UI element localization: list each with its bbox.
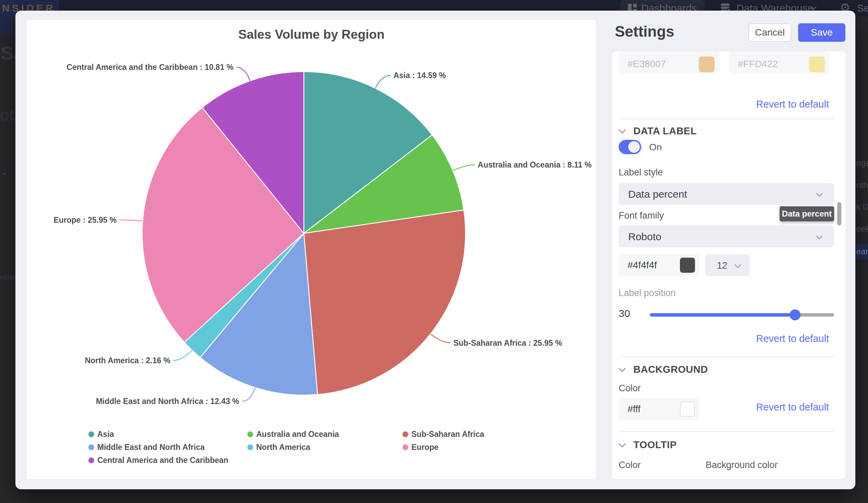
label-line: [236, 67, 250, 81]
label-style-value: Data percent: [628, 188, 687, 200]
settings-scroll-panel: #E38007 #FFD422 Revert to default DATA L…: [612, 51, 845, 479]
label-line: [173, 350, 192, 360]
legend-label: Sub-Saharan Africa: [411, 430, 484, 439]
legend-label: North America: [256, 443, 310, 452]
legend-label: Australia and Oceania: [256, 430, 339, 439]
bg-menu-item-fragment: nge: [856, 158, 868, 168]
font-family-label: Font family: [619, 211, 664, 221]
chevron-down-icon[interactable]: [619, 365, 626, 372]
bg-text-fragment: ntral: [0, 273, 17, 282]
settings-panel-title: Settings: [615, 23, 674, 40]
legend-color-dot: [89, 444, 94, 450]
legend-item[interactable]: Middle East and North Africa: [89, 443, 205, 455]
chevron-down-icon[interactable]: [619, 440, 626, 448]
legend-color-dot: [403, 431, 408, 437]
legend-label: Asia: [97, 430, 114, 439]
chevron-down-icon: [816, 190, 823, 197]
font-size-dropdown[interactable]: 12: [705, 254, 750, 276]
legend-color-dot: [89, 458, 94, 463]
background-color-value: #fff: [628, 404, 641, 414]
series-color-input-1[interactable]: #E38007: [619, 51, 719, 74]
pie-data-label: Sub-Saharan Africa : 25.95 %: [454, 339, 562, 347]
tooltip-color-label: Color: [619, 460, 641, 471]
slider-thumb[interactable]: [789, 309, 800, 320]
legend-item[interactable]: Asia: [89, 430, 114, 442]
data-label-toggle[interactable]: [619, 140, 641, 154]
bg-menu-item-fragment: ear: [856, 247, 868, 256]
bg-menu-item-fragment: eek: [856, 224, 868, 234]
cancel-button[interactable]: Cancel: [748, 23, 791, 42]
section-heading-data-label[interactable]: DATA LABEL: [633, 125, 697, 137]
color-swatch[interactable]: [809, 57, 825, 72]
scrollbar-thumb[interactable]: [837, 202, 841, 225]
label-position-slider[interactable]: [650, 313, 834, 317]
color-swatch[interactable]: [680, 402, 695, 417]
label-line: [431, 334, 451, 343]
legend-color-dot: [247, 431, 253, 437]
font-family-dropdown[interactable]: Roboto: [619, 225, 834, 247]
bg-menu-item-fragment: nth: [856, 180, 868, 190]
legend-label: Europe: [411, 443, 438, 452]
chevron-down-icon: [816, 233, 823, 239]
series-color-input-2[interactable]: #FFD422: [729, 51, 830, 74]
revert-to-default-link[interactable]: Revert to default: [756, 333, 829, 345]
section-heading-background[interactable]: BACKGROUND: [633, 364, 708, 375]
revert-to-default-link[interactable]: Revert to default: [756, 402, 829, 413]
dropdown-tooltip: Data percent: [779, 206, 834, 221]
font-size-value: 12: [717, 260, 727, 271]
chevron-down-icon: [734, 261, 741, 268]
label-line: [453, 165, 475, 170]
toggle-knob: [628, 141, 640, 153]
label-position-value: 30: [619, 308, 630, 319]
toggle-state-label: On: [649, 142, 662, 153]
pie-chart: Asia : 14.59 %Australia and Oceania : 8.…: [27, 20, 596, 479]
background-color-label: Color: [619, 383, 641, 394]
pie-data-label: Europe : 25.95 %: [53, 216, 116, 224]
font-color-input[interactable]: #4f4f4f: [619, 254, 699, 276]
topbar-settings-partial: Se: [857, 2, 868, 14]
legend-item[interactable]: Europe: [403, 443, 438, 455]
chart-preview-card: Sales Volume by Region Asia : 14.59 %Aus…: [27, 20, 596, 479]
chart-settings-modal: Sales Volume by Region Asia : 14.59 %Aus…: [16, 11, 855, 489]
pie-data-label: North America : 2.16 %: [85, 356, 170, 365]
legend-label: Central America and the Caribbean: [97, 456, 228, 465]
series-color-value-2: #FFD422: [738, 59, 778, 70]
color-swatch[interactable]: [699, 57, 714, 72]
bg-bullet-fragment: •: [3, 168, 6, 179]
divider: [619, 356, 834, 357]
label-style-label: Label style: [619, 167, 663, 178]
font-family-value: Roboto: [628, 231, 661, 243]
bg-menu-item-fragment: k D: [856, 202, 868, 212]
pie-data-label: Australia and Oceania : 8.11 %: [478, 160, 591, 169]
pie-data-label: Asia : 14.59 %: [393, 71, 446, 80]
sidebar-selected-fragment: [0, 17, 12, 33]
save-button[interactable]: Save: [798, 23, 845, 42]
legend-label: Middle East and North Africa: [97, 443, 205, 452]
slider-fill: [650, 313, 795, 317]
divider: [619, 431, 834, 432]
pie-data-label: Middle East and North Africa : 12.43 %: [96, 397, 239, 406]
legend-item[interactable]: North America: [247, 443, 310, 455]
color-swatch[interactable]: [680, 258, 695, 273]
legend-item[interactable]: Australia and Oceania: [247, 430, 339, 442]
legend-color-dot: [247, 444, 253, 450]
chevron-down-icon[interactable]: [619, 126, 626, 134]
pie-data-label: Central America and the Caribbean : 10.8…: [66, 63, 233, 72]
legend-color-dot: [89, 431, 94, 437]
font-color-value: #4f4f4f: [628, 260, 657, 271]
label-line: [242, 388, 255, 401]
label-line: [120, 220, 143, 221]
tooltip-background-color-label: Background color: [706, 460, 777, 471]
legend-color-dot: [403, 444, 408, 450]
label-position-label: Label position: [619, 288, 676, 298]
legend-item[interactable]: Sub-Saharan Africa: [403, 430, 484, 442]
label-style-dropdown[interactable]: Data percent: [619, 183, 834, 205]
section-heading-tooltip[interactable]: TOOLTIP: [633, 439, 676, 451]
background-color-input[interactable]: #fff: [619, 398, 699, 420]
pie-slice[interactable]: [304, 210, 465, 394]
series-color-value-1: #E38007: [628, 59, 666, 70]
divider: [619, 119, 834, 119]
label-line: [375, 75, 391, 89]
legend-item[interactable]: Central America and the Caribbean: [89, 456, 228, 468]
revert-to-default-link[interactable]: Revert to default: [756, 99, 829, 110]
